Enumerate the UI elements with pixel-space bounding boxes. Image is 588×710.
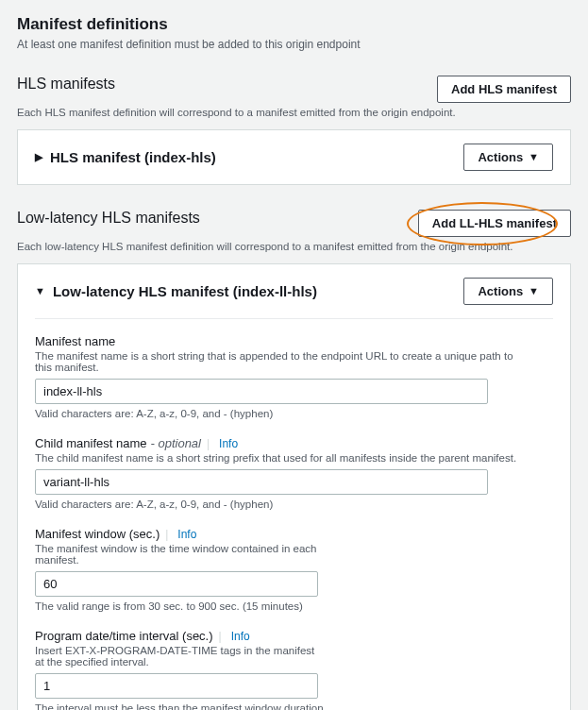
add-hls-manifest-button[interactable]: Add HLS manifest: [437, 76, 571, 103]
llhls-panel-title-text: Low-latency HLS manifest (index-ll-hls): [53, 283, 317, 299]
llhls-actions-button[interactable]: Actions ▼: [463, 278, 553, 305]
manifest-window-desc: The manifest window is the time window c…: [35, 543, 318, 566]
manifest-name-input[interactable]: [35, 379, 488, 404]
hls-manifest-panel: ▶ HLS manifest (index-hls) Actions ▼: [17, 129, 571, 185]
program-datetime-field: Program date/time interval (sec.) | Info…: [35, 629, 553, 710]
caret-down-icon: ▼: [35, 286, 45, 296]
program-datetime-desc: Insert EXT-X-PROGRAM-DATE-TIME tags in t…: [35, 645, 318, 668]
manifest-window-label: Manifest window (sec.): [35, 527, 160, 541]
hls-section-subtitle: Each HLS manifest definition will corres…: [17, 107, 571, 118]
program-datetime-label: Program date/time interval (sec.): [35, 629, 213, 643]
manifest-window-input[interactable]: [35, 571, 318, 597]
hls-section-title: HLS manifests: [17, 76, 115, 93]
child-manifest-name-label: Child manifest name: [35, 436, 147, 450]
hls-actions-label: Actions: [478, 150, 523, 164]
llhls-panel-toggle[interactable]: ▼ Low-latency HLS manifest (index-ll-hls…: [35, 283, 317, 299]
child-manifest-name-desc: The child manifest name is a short strin…: [35, 452, 526, 464]
info-link[interactable]: Info: [219, 437, 238, 450]
add-llhls-manifest-button[interactable]: Add LL-HLS manifest: [418, 210, 571, 237]
info-divider: |: [207, 437, 210, 450]
llhls-actions-label: Actions: [478, 284, 523, 298]
child-manifest-name-field: Child manifest name - optional | Info Th…: [35, 436, 553, 510]
llhls-manifest-panel: ▼ Low-latency HLS manifest (index-ll-hls…: [17, 263, 571, 710]
caret-down-icon: ▼: [529, 286, 539, 296]
info-divider: |: [219, 630, 222, 643]
manifest-name-constraint: Valid characters are: A-Z, a-z, 0-9, and…: [35, 408, 553, 419]
llhls-section-title: Low-latency HLS manifests: [17, 210, 200, 227]
program-datetime-constraint: The interval must be less than the manif…: [35, 702, 553, 710]
manifest-name-label: Manifest name: [35, 334, 115, 348]
manifest-window-constraint: The valid range is from 30 sec. to 900 s…: [35, 600, 553, 612]
info-divider: |: [165, 528, 168, 541]
caret-down-icon: ▼: [529, 152, 539, 162]
info-link[interactable]: Info: [177, 528, 196, 541]
caret-right-icon: ▶: [35, 152, 42, 162]
program-datetime-input[interactable]: [35, 673, 318, 699]
llhls-section-subtitle: Each low-latency HLS manifest definition…: [17, 241, 571, 252]
child-manifest-name-constraint: Valid characters are: A-Z, a-z, 0-9, and…: [35, 499, 553, 510]
info-link[interactable]: Info: [231, 630, 250, 643]
hls-actions-button[interactable]: Actions ▼: [463, 144, 553, 171]
hls-panel-title-text: HLS manifest (index-hls): [50, 149, 216, 165]
manifest-name-field: Manifest name The manifest name is a sho…: [35, 334, 553, 419]
manifest-window-field: Manifest window (sec.) | Info The manife…: [35, 527, 553, 612]
optional-text: - optional: [151, 436, 201, 450]
child-manifest-name-input[interactable]: [35, 469, 488, 495]
hls-panel-toggle[interactable]: ▶ HLS manifest (index-hls): [35, 149, 216, 165]
page-title: Manifest definitions: [17, 15, 571, 34]
page-subtitle: At least one manifest definition must be…: [17, 38, 571, 51]
manifest-name-desc: The manifest name is a short string that…: [35, 350, 526, 373]
